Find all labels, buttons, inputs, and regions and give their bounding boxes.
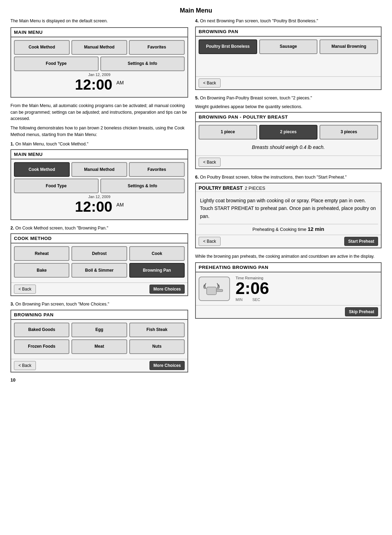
bp1-back-btn[interactable]: < Back [14, 361, 36, 370]
desc-para2: The following demonstrates how to pan br… [10, 125, 188, 138]
step6-text: 6. On Poultry Breast screen, follow the … [195, 174, 382, 181]
cook-method-back-btn[interactable]: < Back [14, 285, 36, 294]
main-menu-header-top: MAIN MENU [11, 28, 187, 37]
cook-btn[interactable]: Cook [129, 246, 185, 261]
main-menu-header-s1: MAIN MENU [11, 150, 187, 159]
food-type-btn-top[interactable]: Food Type [14, 56, 99, 71]
reheat-btn[interactable]: Reheat [14, 246, 69, 261]
step5-note: Weight guidelines appear below the quant… [195, 104, 382, 110]
main-menu-screen-top: MAIN MENU Cook Method Manual Method Favo… [10, 27, 188, 98]
cook-method-header: COOK METHOD [11, 234, 187, 243]
poultry-breast-screen: POULTRY BREAST 2 PIECES Lightly coat bro… [195, 183, 382, 248]
favorites-btn-s1[interactable]: Favorites [129, 162, 185, 177]
poultry-brst-btn[interactable]: Poultry Brst Boneless [199, 39, 257, 54]
manual-method-btn-s1[interactable]: Manual Method [71, 162, 127, 177]
skip-preheat-btn[interactable]: Skip Preheat [345, 307, 378, 316]
fish-steak-btn[interactable]: Fish Steak [129, 323, 185, 337]
manual-method-btn-top[interactable]: Manual Method [71, 40, 127, 55]
settings-btn-s1[interactable]: Settings & Info [100, 179, 185, 193]
timer-display: Time Remaining 2:06 MIN SEC [236, 276, 378, 302]
timer-sec: SEC [252, 297, 260, 302]
timer-min: MIN [236, 297, 243, 302]
cook-method-btn-top[interactable]: Cook Method [14, 40, 70, 55]
poultry-header-line: POULTRY BREAST 2 PIECES [196, 183, 381, 192]
meat-btn[interactable]: Meat [71, 339, 127, 354]
one-piece-btn[interactable]: 1 piece [199, 125, 257, 140]
egg-btn[interactable]: Egg [71, 323, 127, 337]
pan-animation-icon [199, 277, 230, 301]
clock-time-top: 12:00 AM [14, 77, 185, 93]
page-number: 10 [10, 377, 188, 383]
main-menu-screen-step1: MAIN MENU Cook Method Manual Method Favo… [10, 149, 188, 220]
browning-pan-btn[interactable]: Browning Pan [129, 263, 185, 278]
start-preheat-btn[interactable]: Start Preheat [344, 237, 378, 246]
intro-text: The Main Menu is displayed on the defaul… [10, 18, 188, 24]
food-type-btn-s1[interactable]: Food Type [14, 179, 99, 193]
browning-pan-poultry-screen: BROWNING PAN - POULTRY BREAST 1 piece 2 … [195, 112, 382, 169]
sausage-btn[interactable]: Sausage [259, 39, 318, 54]
browning-pan-screen2: BROWNING PAN Poultry Brst Boneless Sausa… [195, 27, 382, 90]
bp2-back-btn[interactable]: < Back [199, 78, 221, 88]
cook-method-more-btn[interactable]: More Choices [149, 285, 185, 294]
timer-value: 2:06 [236, 280, 378, 297]
bake-btn[interactable]: Bake [14, 263, 69, 278]
step2-text: 2. On Cook Method screen, touch "Brownin… [10, 225, 188, 232]
bpp-back-btn[interactable]: < Back [199, 158, 221, 167]
preheating-screen: PREHEATING BROWING PAN [195, 262, 382, 319]
step1-text: 1. On Main Menu, touch "Cook Method." [10, 141, 188, 148]
preheating-header: PREHEATING BROWING PAN [196, 263, 381, 272]
browning-pan-screen1: BROWNING PAN Baked Goods Egg Fish Steak … [10, 310, 188, 372]
preheat-time: Preheating & Cooking time 12 min [199, 224, 378, 232]
two-pieces-btn[interactable]: 2 pieces [259, 125, 318, 140]
frozen-foods-btn[interactable]: Frozen Foods [14, 339, 69, 354]
baked-goods-btn[interactable]: Baked Goods [14, 323, 69, 337]
defrost-btn[interactable]: Defrost [71, 246, 127, 261]
step3-text: 3. On Browning Pan screen, touch "More C… [10, 301, 188, 308]
timer-units: MIN SEC [236, 297, 378, 302]
desc-para1: From the Main Menu, all automatic cookin… [10, 103, 188, 122]
page-title: Main Menu [10, 7, 382, 14]
three-pieces-btn[interactable]: 3 pieces [320, 125, 378, 140]
manual-browning-btn[interactable]: Manual Browning [320, 39, 378, 54]
poultry-header: POULTRY BREAST [199, 185, 243, 191]
settings-btn-top[interactable]: Settings & Info [100, 56, 185, 71]
browning-pan-header2: BROWNING PAN [196, 27, 381, 37]
favorites-btn-top[interactable]: Favorites [129, 40, 185, 55]
poultry-sub: 2 PIECES [245, 186, 266, 191]
cook-method-btn-s1[interactable]: Cook Method [14, 162, 70, 177]
poultry-instruction: Lightly coat browning pan with cooking o… [199, 195, 378, 222]
weight-note: Breasts should weigh 0.4 lb each. [199, 142, 378, 153]
bp-poultry-header: BROWNING PAN - POULTRY BREAST [196, 113, 381, 122]
step4-text: 4. On next Browning Pan screen, touch "P… [195, 18, 382, 24]
cook-method-screen: COOK METHOD Reheat Defrost Cook Bake Boi… [10, 233, 188, 296]
clock-time-s1: 12:00 AM [14, 199, 185, 215]
pb-back-btn[interactable]: < Back [199, 237, 221, 246]
bp1-more-btn[interactable]: More Choices [149, 361, 185, 370]
step6-note: While the browning pan preheats, the coo… [195, 253, 382, 259]
browning-pan-header1: BROWNING PAN [11, 310, 187, 320]
nuts-btn[interactable]: Nuts [129, 339, 185, 354]
step5-text: 5. On Browning Pan-Poultry Breast screen… [195, 95, 382, 101]
svg-rect-1 [216, 289, 223, 292]
boil-simmer-btn[interactable]: Boil & Simmer [71, 263, 127, 278]
svg-rect-0 [207, 287, 216, 295]
